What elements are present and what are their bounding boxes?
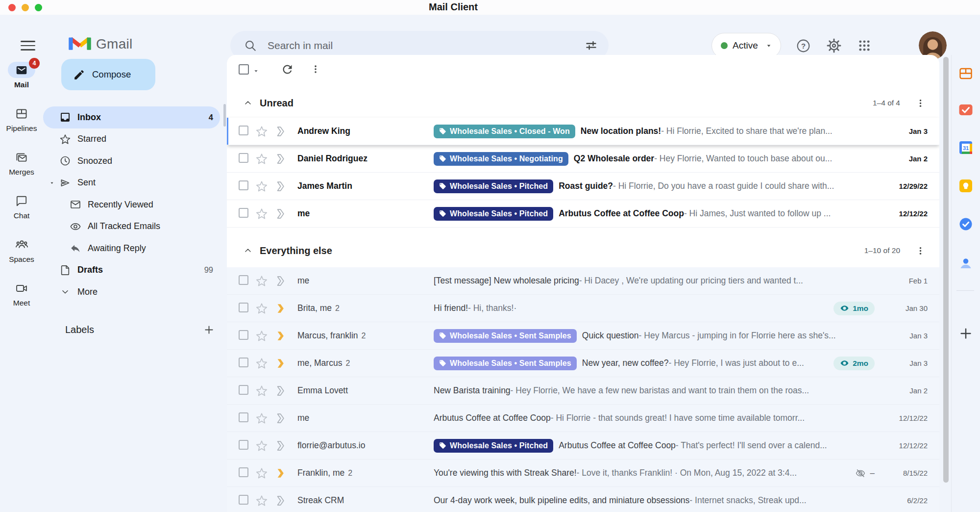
streak-box-icon[interactable]: [274, 153, 294, 165]
streak-box-icon[interactable]: [274, 330, 294, 342]
mail-row[interactable]: me, Marcus2Wholesale Sales • Sent Sample…: [227, 350, 939, 377]
sidebar-item-sent[interactable]: Sent: [43, 172, 220, 194]
row-checkbox[interactable]: [239, 467, 255, 479]
mail-row[interactable]: Marcus, franklin2Wholesale Sales • Sent …: [227, 322, 939, 350]
pipeline-stage-chip[interactable]: Wholesale Sales • Closed - Won: [434, 125, 575, 138]
row-checkbox[interactable]: [239, 440, 255, 452]
star-toggle-icon[interactable]: [255, 467, 274, 480]
star-toggle-icon[interactable]: [255, 330, 274, 342]
row-checkbox[interactable]: [239, 358, 255, 369]
sidebar-item-starred[interactable]: Starred: [43, 128, 220, 151]
sidebar-item-all-tracked-emails[interactable]: All Tracked Emails: [43, 216, 220, 238]
row-checkbox[interactable]: [239, 208, 255, 220]
row-checkbox[interactable]: [239, 385, 255, 397]
create-label-icon[interactable]: [203, 324, 215, 335]
row-checkbox[interactable]: [239, 495, 255, 507]
row-checkbox[interactable]: [239, 180, 255, 192]
pipeline-stage-chip[interactable]: Wholesale Sales • Sent Samples: [434, 329, 577, 343]
streak-pipelines-icon[interactable]: [957, 65, 974, 82]
row-checkbox[interactable]: [239, 330, 255, 342]
star-toggle-icon[interactable]: [255, 153, 274, 165]
expand-caret-icon[interactable]: [49, 180, 55, 186]
mail-row[interactable]: Emma LovettNew Barista training - Hey Fl…: [227, 377, 939, 405]
star-toggle-icon[interactable]: [255, 125, 274, 138]
google-calendar-icon[interactable]: 31: [957, 139, 974, 156]
streak-box-icon[interactable]: [274, 467, 294, 479]
star-toggle-icon[interactable]: [255, 357, 274, 370]
rail-item-mail[interactable]: 4Mail: [0, 55, 43, 99]
streak-box-icon[interactable]: [274, 180, 294, 192]
search-input[interactable]: [268, 40, 585, 51]
pipeline-stage-chip[interactable]: Wholesale Sales • Pitched: [434, 207, 553, 221]
search-options-icon[interactable]: [585, 39, 598, 52]
row-checkbox[interactable]: [239, 275, 255, 287]
streak-box-icon[interactable]: [274, 303, 294, 314]
streak-box-icon[interactable]: [274, 385, 294, 397]
rail-item-meet[interactable]: Meet: [0, 273, 43, 317]
mail-row[interactable]: Andrew KingWholesale Sales • Closed - Wo…: [227, 118, 939, 145]
sidebar-item-inbox[interactable]: Inbox4: [43, 106, 220, 128]
settings-gear-icon[interactable]: [826, 38, 842, 53]
mail-row[interactable]: meWholesale Sales • PitchedArbutus Coffe…: [227, 200, 939, 228]
rail-item-spaces[interactable]: Spaces: [0, 230, 43, 273]
sidebar-item-drafts[interactable]: Drafts99: [43, 259, 220, 282]
rail-item-merges[interactable]: Merges: [0, 142, 43, 186]
mail-row[interactable]: me[Test message] New wholesale pricing -…: [227, 267, 939, 295]
google-tasks-icon[interactable]: [957, 216, 974, 232]
mail-row[interactable]: Brita, me2Hi friend! - Hi, thanks!·1moJa…: [227, 295, 939, 322]
row-checkbox[interactable]: [239, 153, 255, 165]
collapse-section-icon[interactable]: [243, 246, 254, 256]
mail-row[interactable]: Daniel RodriguezWholesale Sales • Negoti…: [227, 145, 939, 173]
compose-button[interactable]: Compose: [61, 59, 155, 90]
rail-item-chat[interactable]: Chat: [0, 186, 43, 230]
main-menu-icon[interactable]: [21, 38, 38, 53]
star-toggle-icon[interactable]: [255, 302, 274, 315]
star-toggle-icon[interactable]: [255, 439, 274, 452]
sidebar-scrollbar[interactable]: [223, 104, 226, 127]
pipeline-stage-chip[interactable]: Wholesale Sales • Negotiating: [434, 152, 568, 166]
row-checkbox[interactable]: [239, 126, 255, 137]
mail-row[interactable]: James MartinWholesale Sales • PitchedRoa…: [227, 173, 939, 200]
section-menu-icon[interactable]: [915, 246, 926, 256]
star-toggle-icon[interactable]: [255, 275, 274, 287]
pipeline-stage-chip[interactable]: Wholesale Sales • Pitched: [434, 439, 553, 453]
section-menu-icon[interactable]: [915, 98, 926, 108]
mail-row[interactable]: florrie@arbutus.ioWholesale Sales • Pitc…: [227, 432, 939, 460]
google-keep-icon[interactable]: [957, 178, 974, 194]
list-scrollbar[interactable]: [943, 57, 949, 483]
rail-item-pipelines[interactable]: Pipelines: [0, 99, 43, 142]
streak-box-icon[interactable]: [274, 275, 294, 287]
star-toggle-icon[interactable]: [255, 494, 274, 507]
streak-box-icon[interactable]: [274, 126, 294, 137]
streak-box-icon[interactable]: [274, 440, 294, 452]
row-checkbox[interactable]: [239, 303, 255, 314]
collapse-section-icon[interactable]: [243, 98, 254, 108]
row-checkbox[interactable]: [239, 412, 255, 424]
star-toggle-icon[interactable]: [255, 207, 274, 220]
refresh-icon[interactable]: [281, 63, 294, 76]
sidebar-item-more[interactable]: More: [43, 281, 220, 303]
mail-row[interactable]: Franklin, me2You're viewing this with St…: [227, 460, 939, 487]
streak-box-icon[interactable]: [274, 208, 294, 220]
get-addons-icon[interactable]: [957, 325, 974, 342]
help-icon[interactable]: ?: [795, 38, 811, 53]
streak-box-icon[interactable]: [274, 358, 294, 369]
select-dropdown-icon[interactable]: [252, 67, 260, 75]
select-all-checkbox[interactable]: [239, 64, 249, 75]
pipeline-stage-chip[interactable]: Wholesale Sales • Sent Samples: [434, 357, 577, 370]
pipeline-stage-chip[interactable]: Wholesale Sales • Pitched: [434, 179, 553, 193]
more-options-icon[interactable]: [310, 64, 321, 75]
streak-box-icon[interactable]: [274, 495, 294, 507]
star-toggle-icon[interactable]: [255, 384, 274, 397]
star-toggle-icon[interactable]: [255, 412, 274, 425]
google-contacts-icon[interactable]: [957, 255, 974, 272]
sidebar-item-recently-viewed[interactable]: Recently Viewed: [43, 194, 220, 216]
streak-box-icon[interactable]: [274, 412, 294, 424]
mail-row[interactable]: Streak CRMOur 4-day work week, bulk pipe…: [227, 487, 939, 512]
sidebar-item-awaiting-reply[interactable]: Awaiting Reply: [43, 237, 220, 259]
mail-row[interactable]: meArbutus Coffee at Coffee Coop - Hi Flo…: [227, 405, 939, 432]
star-toggle-icon[interactable]: [255, 180, 274, 193]
sidebar-item-snoozed[interactable]: Snoozed: [43, 150, 220, 172]
apps-grid-icon[interactable]: [857, 38, 872, 53]
streak-email-tracking-icon[interactable]: [957, 102, 974, 118]
